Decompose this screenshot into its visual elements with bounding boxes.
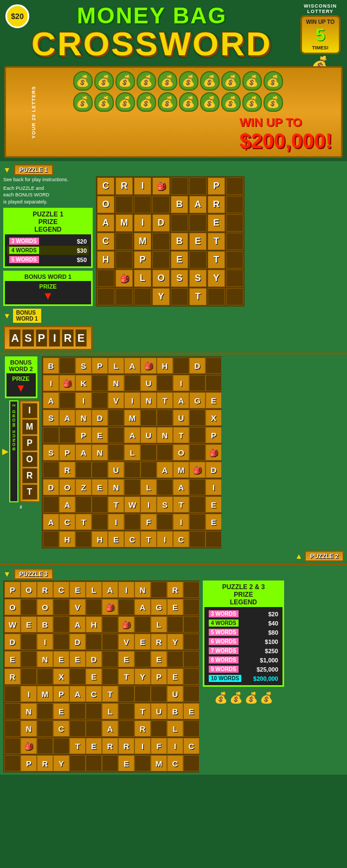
p2-4-0 bbox=[43, 427, 59, 443]
p2-7-5 bbox=[124, 479, 140, 495]
p2-2-3 bbox=[92, 392, 108, 409]
bonus-word2-vert-container: ▶ BONUS WORD 2 I M P O R T bbox=[2, 400, 40, 502]
p23-prize-6: 6 WORDS $100 bbox=[207, 637, 280, 646]
p3-0-5: L bbox=[86, 582, 102, 598]
bag-15 bbox=[158, 92, 177, 112]
p3-6-8 bbox=[134, 686, 151, 702]
p23-words-7: 7 WORDS bbox=[209, 647, 239, 654]
p3-0-2: R bbox=[37, 582, 53, 598]
p2-10-6: T bbox=[140, 531, 157, 547]
p3-5-8: Y bbox=[134, 668, 151, 685]
p3-3-10: Y bbox=[167, 634, 183, 650]
p2-9-1: C bbox=[59, 514, 75, 530]
p3-6-6: T bbox=[102, 686, 118, 702]
letters-grid: WIN UP TO $200,000! bbox=[9, 71, 338, 153]
p2-5-10: 🎒 bbox=[205, 444, 222, 461]
p2-7-7 bbox=[157, 479, 173, 495]
p3-6-2: M bbox=[37, 686, 53, 702]
p2-10-8: C bbox=[173, 531, 189, 547]
p3-10-8 bbox=[134, 755, 151, 771]
p2-8-3 bbox=[92, 496, 108, 513]
p23-prize-4: 4 WORDS $40 bbox=[207, 618, 280, 628]
title-crossword: CROSSWORD bbox=[27, 27, 277, 61]
p2-0-4: L bbox=[108, 358, 124, 374]
cell-p1-4-5 bbox=[189, 251, 207, 269]
cell-p1-5-1: 🎒 bbox=[115, 270, 133, 287]
p2-5-5: L bbox=[124, 444, 140, 461]
cell-p1-4-6: T bbox=[208, 251, 225, 269]
cell-p1-2-0: A bbox=[97, 214, 114, 232]
deco-bag-4: 💰 bbox=[260, 691, 273, 704]
p2-9-5 bbox=[124, 514, 140, 530]
p3-4-11 bbox=[183, 651, 200, 667]
cell-p1-3-1 bbox=[115, 233, 133, 250]
p2-1-1: 🎒 bbox=[59, 375, 75, 391]
bonus-word1-title: BONUS WORD 1 bbox=[5, 272, 91, 281]
p3-9-10: I bbox=[167, 738, 183, 754]
cell-p1-4-4: E bbox=[171, 251, 188, 269]
cell-p1-6-7 bbox=[226, 288, 243, 305]
cell-p1-6-0 bbox=[97, 288, 114, 305]
cell-p1-6-6 bbox=[208, 288, 225, 305]
puzzle1-grid: C R I 🎒 P O B A R bbox=[96, 176, 245, 307]
p2-4-9 bbox=[189, 427, 205, 443]
p2-10-9 bbox=[189, 531, 205, 547]
p2-6-0 bbox=[43, 462, 59, 478]
p3-6-9 bbox=[151, 686, 167, 702]
p23-words-6: 6 WORDS bbox=[209, 638, 239, 645]
bag-17 bbox=[200, 92, 220, 112]
p3-6-10: U bbox=[167, 686, 183, 702]
bw1-letter-E: E bbox=[75, 329, 87, 347]
p3-8-5 bbox=[86, 720, 102, 737]
p3-6-11 bbox=[183, 686, 200, 702]
prize-legend-title: PUZZLE 1PRIZELEGEND bbox=[5, 209, 91, 234]
p2-2-4: V bbox=[108, 392, 124, 409]
p3-9-11: C bbox=[183, 738, 200, 754]
bw2-bottom-label: 2 bbox=[20, 505, 22, 509]
bonus-word1-box: BONUS WORD 1 PRIZE ▼ bbox=[3, 271, 93, 306]
prize-amount-3: $20 bbox=[77, 238, 87, 245]
p3-8-3: C bbox=[53, 720, 69, 737]
puzzle2-label-container: ▲ PUZZLE 2 bbox=[3, 551, 344, 561]
prize-row-5words: 5 WORDS $50 bbox=[7, 255, 89, 264]
puzzle3-section: ▼ PUZZLE 3 P O R C E L A I N R bbox=[0, 564, 347, 775]
p2-7-8: A bbox=[173, 479, 189, 495]
p2-0-6: 🎒 bbox=[140, 358, 157, 374]
deco-bag-1: 💰 bbox=[214, 691, 228, 704]
p2-9-3 bbox=[92, 514, 108, 530]
p3-2-0: W bbox=[4, 616, 21, 633]
puzzle1-content: See back for play instructions. Each PUZ… bbox=[3, 176, 344, 350]
p3-7-3: E bbox=[53, 703, 69, 719]
p2-3-6 bbox=[140, 410, 157, 426]
p2-3-10: X bbox=[205, 410, 222, 426]
letters-row-1 bbox=[18, 71, 338, 91]
p23-words-9: 9 WORDS bbox=[209, 666, 239, 673]
p2-9-6: F bbox=[140, 514, 157, 530]
p2-5-8: O bbox=[173, 444, 189, 461]
cell-p1-1-0: O bbox=[97, 196, 114, 213]
cell-p1-0-3: 🎒 bbox=[152, 177, 170, 195]
bag-19 bbox=[242, 92, 262, 112]
cell-p1-5-0 bbox=[97, 270, 114, 287]
p3-7-0 bbox=[4, 703, 21, 719]
bonus-arrow-icon: ▼ bbox=[7, 290, 89, 302]
p3-9-9: F bbox=[151, 738, 167, 754]
p3-2-11 bbox=[183, 616, 200, 633]
bw2-left-arrow: ▶ bbox=[2, 447, 8, 456]
p2-1-4: N bbox=[108, 375, 124, 391]
p2-10-5: C bbox=[124, 531, 140, 547]
p3-8-9 bbox=[151, 720, 167, 737]
p2-1-10 bbox=[205, 375, 222, 391]
cell-p1-5-7 bbox=[226, 270, 243, 287]
prize-row-4words: 4 WORDS $30 bbox=[7, 246, 89, 255]
p3-3-9: R bbox=[151, 634, 167, 650]
bw1-letter-R: R bbox=[62, 329, 73, 347]
p2-6-10: D bbox=[205, 462, 222, 478]
p3-8-7 bbox=[118, 720, 134, 737]
p23-amount-5: $80 bbox=[268, 629, 278, 636]
p23-prize-5: 5 WORDS $80 bbox=[207, 628, 280, 637]
p2-9-9 bbox=[189, 514, 205, 530]
p3-10-1: P bbox=[21, 755, 37, 771]
p3-5-3: X bbox=[53, 668, 69, 685]
p3-3-5 bbox=[86, 634, 102, 650]
